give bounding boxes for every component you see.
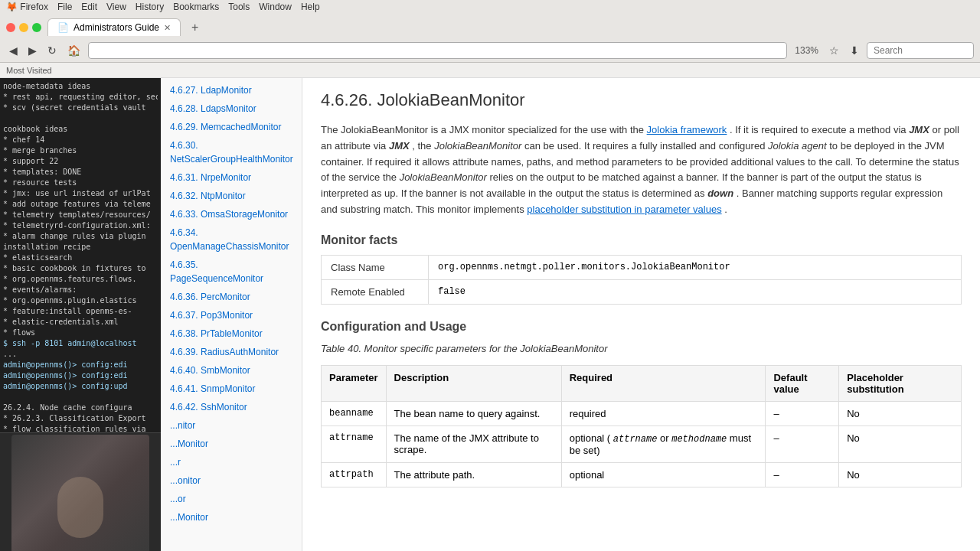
home-button[interactable]: 🏠	[64, 43, 83, 58]
window-menu[interactable]: Window	[259, 2, 292, 12]
sidebar-item-smb[interactable]: 4.6.40. SmbMonitor	[161, 361, 302, 380]
left-panel: node-metadata ideas* rest api, requestin…	[0, 78, 161, 551]
param-cell: attrpath	[322, 462, 387, 487]
terminal-line: * jmx: use url instead of urlPat	[3, 188, 158, 199]
fact-label: Class Name	[322, 255, 429, 279]
sidebar-item-radiusauth[interactable]: 4.6.39. RadiusAuthMonitor	[161, 343, 302, 361]
sidebar-item-omsa[interactable]: 4.6.33. OmsaStorageMonitor	[161, 205, 302, 223]
sidebar-item-ldaps[interactable]: 4.6.28. LdapsMonitor	[161, 99, 302, 118]
sidebar-item-pop3[interactable]: 4.6.37. Pop3Monitor	[161, 306, 302, 324]
sidebar-item-item47[interactable]: ...or	[161, 490, 302, 508]
tab-title: Administrators Guide	[74, 22, 159, 33]
bookmark-button[interactable]: ☆	[826, 43, 842, 58]
sidebar-item-item43[interactable]: ...nitor	[161, 416, 302, 435]
fact-value: false	[429, 279, 962, 304]
forward-button[interactable]: ▶	[25, 43, 40, 58]
terminal-line: node-metadata ideas	[3, 81, 158, 92]
terminal-line: * telemetry templates/resources/	[3, 210, 158, 220]
sidebar-item-item45[interactable]: ...r	[161, 453, 302, 471]
search-input[interactable]	[867, 42, 974, 59]
bookmarks-menu[interactable]: Bookmarks	[173, 2, 219, 12]
code-methodname: methodname	[671, 434, 727, 445]
sidebar-item-perc[interactable]: 4.6.36. PercMonitor	[161, 288, 302, 306]
terminal-line	[3, 392, 158, 403]
terminal-line: * flows	[3, 328, 158, 338]
terminal-line: ...	[3, 349, 158, 360]
table-caption: Table 40. Monitor specific parameters fo…	[321, 341, 962, 357]
facts-table-row: Remote Enabledfalse	[322, 279, 962, 304]
download-button[interactable]: ⬇	[847, 43, 862, 58]
terminal-line: * org.opennms.features.flows.	[3, 274, 158, 285]
fact-label: Remote Enabled	[322, 279, 429, 304]
sidebar-item-snmp[interactable]: 4.6.41. SnmpMonitor	[161, 380, 302, 398]
close-window-button[interactable]	[6, 23, 15, 32]
tab-bar-area: 📄 Administrators Guide ✕ +	[0, 14, 980, 39]
sidebar-item-item44[interactable]: ...Monitor	[161, 435, 302, 453]
terminal-line: * templates: DONE	[3, 167, 158, 178]
config-table-header-cell: Default value	[766, 365, 839, 401]
history-menu[interactable]: History	[136, 2, 164, 12]
terminal-line: * add outage features via teleme	[3, 199, 158, 210]
required-cell: optional	[561, 462, 766, 487]
terminal-line: admin@opennms()> config:edi	[3, 370, 158, 381]
sidebar-item-netscaler[interactable]: 4.6.30. NetScalerGroupHealthMonitor	[161, 136, 302, 168]
edit-menu[interactable]: Edit	[81, 2, 97, 12]
terminal-line: * chef 14	[3, 135, 158, 145]
jolokia-link[interactable]: Jolokia framework	[647, 124, 727, 135]
intro-text-5: can be used. It requires a fully install…	[524, 140, 765, 152]
placeholder-link[interactable]: placeholder substitution in parameter va…	[527, 204, 721, 215]
config-table-row: attrnameThe name of the JMX attribute to…	[322, 425, 962, 462]
sidebar-item-ssh[interactable]: 4.6.42. SshMonitor	[161, 398, 302, 416]
sidebar-item-ldap[interactable]: 4.6.27. LdapMonitor	[161, 81, 302, 99]
tab-favicon: 📄	[57, 22, 69, 33]
terminal-line: installation recipe	[3, 242, 158, 253]
config-table-header-cell: Description	[386, 365, 561, 401]
view-menu[interactable]: View	[106, 2, 126, 12]
facts-table-row: Class Nameorg.opennms.netmgt.poller.moni…	[322, 255, 962, 279]
back-button[interactable]: ◀	[6, 43, 21, 58]
tools-menu[interactable]: Tools	[228, 2, 250, 12]
active-tab[interactable]: 📄 Administrators Guide ✕	[47, 18, 181, 36]
reload-button[interactable]: ↻	[44, 43, 60, 58]
facts-table: Class Nameorg.opennms.netmgt.poller.moni…	[321, 255, 962, 305]
firefox-menu[interactable]: 🦊 Firefox	[6, 2, 48, 12]
terminal-line: 26.2.4. Node cache configura	[3, 403, 158, 413]
maximize-window-button[interactable]	[32, 23, 41, 32]
address-bar[interactable]: file:///Users/schlazor/git/opennms-upstr…	[88, 42, 787, 59]
sidebar-item-openmanage[interactable]: 4.6.34. OpenManageChassisMonitor	[161, 223, 302, 256]
terminal-line: $ ssh -p 8101 admin@localhost	[3, 338, 158, 349]
sidebar-item-memcached[interactable]: 4.6.29. MemcachedMonitor	[161, 118, 302, 136]
terminal-line: * support 22	[3, 156, 158, 167]
sidebar-item-nrpe[interactable]: 4.6.31. NrpeMonitor	[161, 168, 302, 187]
terminal-line: cookbook ideas	[3, 124, 158, 135]
terminal-line: * basic cookbook in fixtures to	[3, 263, 158, 274]
default-cell: –	[766, 462, 839, 487]
desc-cell: The bean name to query against.	[386, 401, 561, 425]
most-visited-label: Most Visited	[6, 66, 52, 75]
intro-text-9: .	[724, 204, 727, 215]
tab-close-button[interactable]: ✕	[164, 23, 171, 33]
intro-text-2: . If it is required to execute a method …	[730, 124, 906, 135]
terminal-line: admin@opennms()> config:edi	[3, 360, 158, 370]
main-layout: node-metadata ideas* rest api, requestin…	[0, 78, 980, 551]
placeholder-cell: No	[839, 401, 962, 425]
minimize-window-button[interactable]	[19, 23, 28, 32]
sidebar-item-ntp[interactable]: 4.6.32. NtpMonitor	[161, 187, 302, 205]
terminal-line: * elastic-credentials.xml	[3, 317, 158, 328]
fact-value: org.opennms.netmgt.poller.monitors.Jolok…	[429, 255, 962, 279]
nav-bar: ◀ ▶ ↻ 🏠 file:///Users/schlazor/git/openn…	[0, 39, 980, 63]
terminal-line: * alarm change rules via plugin	[3, 231, 158, 242]
new-tab-button[interactable]: +	[187, 19, 203, 36]
code-attrname: attrname	[613, 434, 658, 445]
sidebar-item-prtable[interactable]: 4.6.38. PrTableMonitor	[161, 324, 302, 343]
sidebar-item-item46[interactable]: ...onitor	[161, 471, 302, 490]
placeholder-cell: No	[839, 425, 962, 462]
file-menu[interactable]: File	[57, 2, 72, 12]
config-table: ParameterDescriptionRequiredDefault valu…	[321, 365, 962, 487]
content-area: 4.6.26. JolokiaBeanMonitor The JolokiaBe…	[302, 78, 980, 551]
intro-monitor-italic: JolokiaBeanMonitor	[434, 140, 521, 152]
sidebar-item-item48[interactable]: ...Monitor	[161, 508, 302, 527]
sidebar-item-pageseq[interactable]: 4.6.35. PageSequenceMonitor	[161, 256, 302, 288]
help-menu[interactable]: Help	[301, 2, 320, 12]
config-table-header-cell: Parameter	[322, 365, 387, 401]
